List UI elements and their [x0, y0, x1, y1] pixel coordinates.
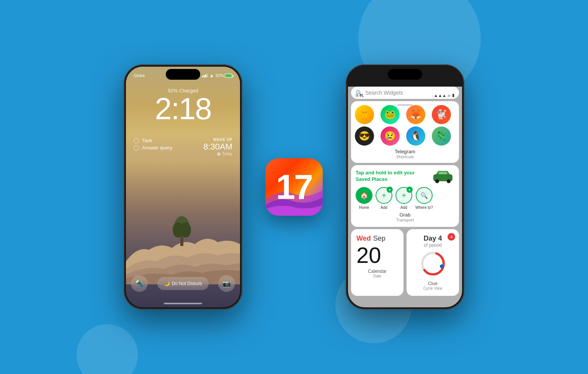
- grab-add2-action[interactable]: + + Add: [395, 187, 412, 210]
- clue-arc: [420, 250, 446, 277]
- svg-point-10: [440, 264, 444, 268]
- bg-decoration-3: [77, 324, 138, 374]
- signal-icon: [202, 74, 208, 77]
- lock-content: 92% Charged 2:18: [126, 88, 240, 124]
- widget-signal: ▲▲▲: [434, 93, 446, 98]
- flashlight-button[interactable]: 🔦: [131, 275, 148, 292]
- widget-time: 9:41: [356, 93, 364, 98]
- lockscreen-background: Globe ▲ 92%: [126, 67, 240, 307]
- wake-up-time: 8:30AM: [203, 142, 232, 152]
- calendar-date: 20: [356, 244, 398, 266]
- telegram-sub: Shortcuts: [355, 154, 455, 159]
- add2-plus-text: +: [402, 191, 406, 200]
- wifi-icon: ▲: [209, 73, 214, 78]
- task-widgets: Task Answer query: [134, 138, 172, 152]
- home-icon: 🏠: [360, 191, 368, 200]
- avatar-2: 🐸: [381, 105, 400, 124]
- calendar-widget: Wed Sep 20 Calendar Date: [351, 229, 403, 296]
- widget-wifi: ⌾: [448, 93, 451, 98]
- main-scene: Globe ▲ 92%: [124, 64, 464, 310]
- widget-status-icons: ▲▲▲ ⌾ ▮: [434, 93, 454, 98]
- carrier-text: Globe: [134, 73, 145, 78]
- ios17-app-icon: 17: [265, 158, 323, 216]
- plus-badge-1: +: [387, 187, 393, 193]
- svg-point-3: [180, 222, 191, 238]
- grab-home-action[interactable]: 🏠 Home: [356, 187, 372, 210]
- dnd-button[interactable]: 🌙 Do Not Disturb: [157, 277, 209, 290]
- grab-header: Tap and hold to edit your Saved Places: [356, 170, 454, 183]
- wake-up-widget: WAKE UP 8:30AM 🕐 Today: [203, 138, 232, 156]
- avatar-8: 🦎: [432, 126, 451, 146]
- task-label-2: Answer query: [142, 145, 172, 151]
- svg-point-6: [447, 179, 451, 183]
- avatar-5: 😎: [355, 126, 374, 146]
- dynamic-island-left: [166, 69, 200, 80]
- svg-rect-7: [439, 172, 447, 174]
- whereto-action-label: Where to?: [415, 205, 433, 210]
- camera-button[interactable]: 📷: [218, 275, 235, 292]
- time-display: 2:18: [126, 94, 240, 124]
- add2-action-label: Add: [400, 205, 407, 210]
- add1-plus-badge: +: [382, 191, 386, 200]
- calendar-day-abbr: Wed: [356, 235, 371, 243]
- task-checkbox-2: [134, 145, 139, 151]
- telegram-label: Telegram: [355, 149, 455, 154]
- calendar-month: Sep: [373, 235, 385, 243]
- grab-footer-sub: Transport: [356, 218, 454, 222]
- widget-screen: 9:41 ▲▲▲ ⌾ ▮ 🔍 Search Widgets: [348, 67, 462, 307]
- clue-badge: 4: [448, 233, 455, 241]
- avatar-grid: 🐥 🐸 🦊 🐩 😎 😢 🐧 🦎: [355, 105, 455, 146]
- task-item-2: Answer query: [134, 145, 172, 151]
- calendar-sub: Date: [356, 274, 398, 278]
- lockscreen-phone: Globe ▲ 92%: [124, 64, 242, 310]
- clue-period-text: of period: [412, 243, 454, 248]
- moon-icon: 🌙: [164, 281, 170, 286]
- svg-point-5: [435, 179, 439, 183]
- avatar-4: 🐩: [432, 105, 451, 124]
- widget-phone: 9:41 ▲▲▲ ⌾ ▮ 🔍 Search Widgets: [346, 64, 464, 310]
- widget-battery: ▮: [452, 93, 454, 98]
- lock-bottom-controls: 🔦 🌙 Do Not Disturb 📷: [126, 275, 240, 292]
- calendar-label: Calendar: [356, 269, 398, 274]
- add1-action-label: Add: [381, 205, 387, 210]
- search-grab-icon: 🔍: [420, 192, 428, 199]
- clue-widget: 4 Day 4 of period: [407, 229, 459, 296]
- task-label-1: Task: [142, 138, 152, 143]
- clue-sub: Cycle View: [423, 286, 442, 290]
- ios17-logo-container: 17: [265, 158, 323, 216]
- add2-icon-circle: + +: [395, 187, 412, 204]
- grab-widget: Tap and hold to edit your Saved Places: [351, 165, 459, 227]
- widget-screen-background: 9:41 ▲▲▲ ⌾ ▮ 🔍 Search Widgets: [348, 87, 462, 307]
- grab-footer-label: Grab: [356, 212, 454, 218]
- widget-status-bar: 9:41 ▲▲▲ ⌾ ▮: [356, 93, 454, 98]
- wake-up-label: WAKE UP: [203, 138, 232, 142]
- battery-icon: 92%: [216, 73, 232, 78]
- clue-label: Clue: [428, 281, 438, 286]
- task-checkbox-1: [134, 138, 139, 143]
- wake-up-sub: 🕐 Today: [203, 152, 232, 156]
- sheet-handle: [397, 104, 413, 106]
- avatar-7: 🐧: [406, 126, 425, 146]
- bottom-widgets-row: Wed Sep 20 Calendar Date 4 Day 4 of peri…: [351, 229, 459, 296]
- avatar-3: 🦊: [406, 105, 425, 124]
- ios17-number: 17: [276, 170, 312, 204]
- whereto-icon-circle: 🔍: [416, 187, 433, 204]
- home-indicator: [164, 303, 202, 304]
- grab-actions: 🏠 Home + + Add: [356, 187, 454, 210]
- add1-icon-circle: + +: [376, 187, 392, 204]
- grab-add1-action[interactable]: + + Add: [376, 187, 392, 210]
- home-icon-circle: 🏠: [356, 187, 372, 204]
- charged-text: 92% Charged: [126, 88, 240, 94]
- task-item-1: Task: [134, 138, 172, 143]
- dynamic-island-right: [388, 69, 422, 80]
- home-action-label: Home: [359, 205, 369, 210]
- lockscreen-screen: Globe ▲ 92%: [126, 67, 240, 307]
- plus-badge-2: +: [407, 187, 413, 193]
- grab-whereto-action[interactable]: 🔍 Where to?: [415, 187, 433, 210]
- calendar-header: Wed Sep: [356, 235, 398, 243]
- status-icons: ▲ 92%: [202, 73, 232, 78]
- grab-car-icon: [431, 170, 454, 183]
- avatar-6: 😢: [381, 126, 400, 146]
- telegram-widget: 🐥 🐸 🦊 🐩 😎 😢 🐧 🦎 Telegram Shortcuts: [351, 101, 459, 163]
- avatar-1: 🐥: [355, 105, 374, 124]
